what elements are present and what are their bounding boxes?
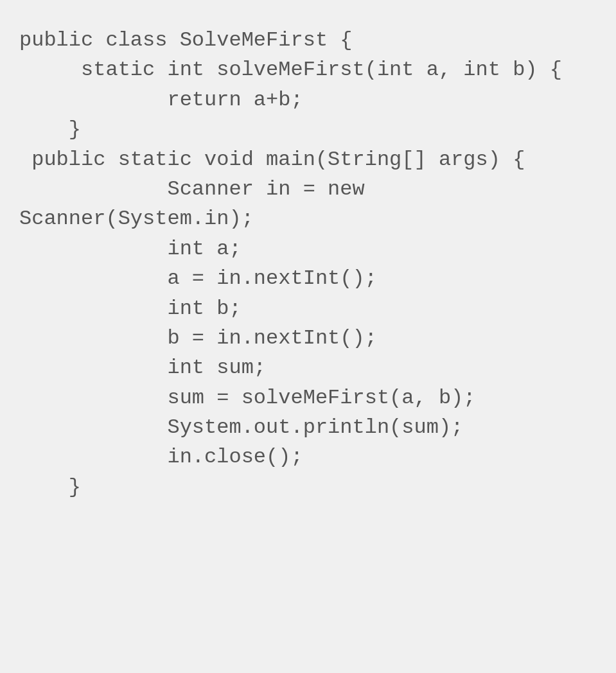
- code-container: public class SolveMeFirst { static int s…: [13, 13, 603, 515]
- code-block: public class SolveMeFirst { static int s…: [19, 26, 597, 502]
